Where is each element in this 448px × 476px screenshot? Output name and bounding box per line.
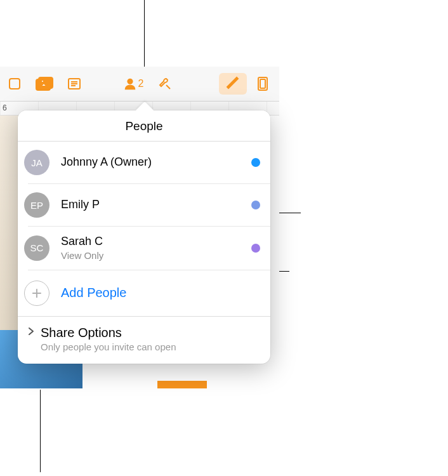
- svg-point-8: [127, 79, 133, 84]
- person-text: Sarah C View Only: [61, 235, 251, 261]
- shape-button[interactable]: [1, 74, 28, 94]
- person-row[interactable]: SC Sarah C View Only: [28, 227, 270, 270]
- people-popover: People JA Johnny A (Owner) EP Emily P SC…: [18, 110, 270, 364]
- avatar: SC: [24, 235, 49, 261]
- avatar: EP: [24, 192, 49, 218]
- plus-icon: +: [24, 281, 49, 306]
- presence-dot: [251, 158, 260, 167]
- avatar: JA: [24, 150, 49, 175]
- callout-line-bottom: [40, 390, 41, 472]
- callout-line-top: [144, 0, 145, 69]
- media-button[interactable]: [31, 74, 58, 94]
- person-row[interactable]: EP Emily P: [28, 184, 270, 227]
- share-options-title: Share Options: [41, 326, 122, 340]
- svg-rect-11: [260, 79, 265, 88]
- svg-point-3: [41, 80, 44, 83]
- add-people-button[interactable]: + Add People: [28, 270, 270, 316]
- document-settings-button[interactable]: [250, 74, 277, 94]
- collaboration-button[interactable]: 2: [118, 74, 148, 94]
- tools-button[interactable]: [152, 74, 178, 94]
- person-name: Johnny A (Owner): [61, 155, 251, 169]
- share-options-button[interactable]: Share Options Only people you invite can…: [18, 316, 270, 364]
- share-options-subtitle: Only people you invite can open: [41, 341, 260, 352]
- add-people-label: Add People: [61, 286, 126, 300]
- people-list: JA Johnny A (Owner) EP Emily P SC Sarah …: [18, 142, 270, 316]
- person-icon: [123, 77, 137, 91]
- person-name: Sarah C: [61, 235, 251, 249]
- svg-line-9: [166, 85, 170, 89]
- toolbar: 2: [0, 67, 279, 102]
- person-text: Emily P: [61, 198, 251, 212]
- format-button[interactable]: [219, 73, 247, 95]
- person-name: Emily P: [61, 198, 251, 212]
- svg-rect-0: [10, 79, 20, 89]
- ruler-label: 6: [3, 103, 7, 112]
- comment-button[interactable]: [61, 74, 88, 94]
- presence-dot: [251, 201, 260, 209]
- table-selection-indicator: [157, 381, 207, 388]
- presence-dot: [251, 244, 260, 253]
- popover-title: People: [18, 110, 270, 142]
- chevron-right-icon: [28, 327, 37, 338]
- person-row[interactable]: JA Johnny A (Owner): [28, 142, 270, 184]
- collab-count: 2: [138, 78, 144, 89]
- person-subtitle: View Only: [61, 250, 251, 261]
- person-text: Johnny A (Owner): [61, 155, 251, 169]
